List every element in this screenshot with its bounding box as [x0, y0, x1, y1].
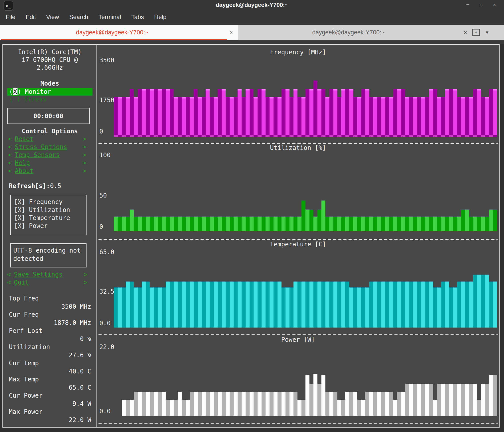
- utilization-chart-title: Utilization [%]: [97, 144, 499, 151]
- bar: [457, 97, 461, 135]
- bar: [266, 216, 270, 231]
- bar: [250, 282, 253, 327]
- toggle-frequency[interactable]: [X] Frequency: [14, 198, 86, 206]
- new-tab-icon[interactable]: +: [472, 29, 480, 36]
- button-stress-options[interactable]: <Stress Options>: [8, 143, 86, 151]
- mode-option-monitor[interactable]: (X) Monitor: [7, 88, 92, 96]
- bar: [453, 384, 457, 416]
- bar: [425, 216, 429, 231]
- bar: [361, 216, 365, 231]
- button-reset[interactable]: <Reset>: [8, 135, 86, 143]
- menu-item-help[interactable]: Help: [153, 12, 168, 22]
- bar: [258, 89, 261, 135]
- menu-item-edit[interactable]: Edit: [24, 12, 37, 22]
- bar: [301, 97, 306, 135]
- bar: [333, 89, 337, 135]
- bar: [361, 287, 365, 327]
- tab-close-icon[interactable]: ×: [225, 29, 238, 36]
- bar: [457, 282, 461, 327]
- bar: [369, 392, 373, 416]
- button-label: About: [12, 167, 82, 175]
- angle-left-icon: <: [7, 271, 11, 279]
- angle-left-icon: <: [8, 143, 12, 151]
- bar: [253, 392, 258, 416]
- cpu-name-line: Intel(R) Core(TM): [3, 48, 97, 56]
- bar: [461, 384, 465, 416]
- bar: [114, 97, 118, 135]
- y-tick: 0.0: [99, 407, 111, 415]
- bar: [210, 392, 214, 416]
- bar: [321, 282, 325, 327]
- toggle-power[interactable]: [X] Power: [14, 222, 86, 230]
- frequency-axis-strip: [114, 135, 497, 137]
- bar: [493, 375, 497, 416]
- tab-inactive[interactable]: daygeek@daygeek-Y700:~ ×: [238, 25, 472, 40]
- bar: [317, 384, 321, 416]
- temperature-chart-title: Temperature [C]: [97, 241, 499, 248]
- button-quit[interactable]: <Quit>: [7, 279, 87, 287]
- bar: [218, 392, 222, 416]
- bar: [225, 97, 230, 135]
- minimize-icon[interactable]: ─: [464, 0, 472, 9]
- bar: [210, 97, 214, 135]
- bar: [182, 216, 186, 231]
- angle-right-icon: >: [84, 271, 87, 279]
- bar: [194, 89, 198, 135]
- tabstrip-shadow: [0, 40, 504, 44]
- tab-active-label: daygeek@daygeek-Y700:~: [0, 29, 225, 36]
- bar: [393, 216, 397, 231]
- bar: [437, 384, 441, 416]
- button-about[interactable]: <About>: [8, 167, 86, 175]
- bar: [441, 216, 445, 231]
- button-label: Reset: [12, 135, 82, 143]
- button-save-settings[interactable]: <Save Settings>: [7, 271, 87, 279]
- bar: [345, 392, 349, 416]
- bar: [381, 216, 385, 231]
- bar: [389, 282, 393, 327]
- button-help[interactable]: <Help>: [8, 159, 86, 167]
- bar: [353, 216, 357, 231]
- bar: [270, 216, 273, 231]
- toggle-utilization[interactable]: [X] Utilization: [14, 206, 86, 214]
- close-icon[interactable]: ✕: [491, 0, 498, 9]
- bar: [469, 282, 473, 327]
- bar: [329, 392, 333, 416]
- toggle-temperature[interactable]: [X] Temperature: [14, 214, 86, 222]
- bar: [493, 89, 497, 135]
- bar: [273, 97, 278, 135]
- menu-item-terminal[interactable]: Terminal: [97, 12, 122, 22]
- menu-item-tabs[interactable]: Tabs: [130, 12, 145, 22]
- frequency-plot: [114, 64, 497, 135]
- tab-active[interactable]: daygeek@daygeek-Y700:~ ×: [0, 25, 238, 40]
- bar: [433, 287, 437, 327]
- button-temp-sensors[interactable]: <Temp Sensors>: [8, 151, 86, 159]
- cpu-name-line: i7-6700HQ CPU @: [3, 56, 97, 64]
- bar: [469, 384, 473, 416]
- bar: [238, 392, 242, 416]
- window-title: daygeek@daygeek-Y700:~: [0, 1, 504, 9]
- y-tick: 50: [99, 191, 107, 200]
- y-tick: 65.0: [99, 248, 114, 256]
- stat-label-cur-freq: Cur Freq: [3, 311, 97, 319]
- bar: [425, 384, 429, 416]
- stat-value-cur-power: 9.4 W: [3, 400, 97, 408]
- bar: [150, 287, 154, 327]
- refresh-rate[interactable]: Refresh[s]:0.5: [3, 182, 97, 190]
- bar: [166, 400, 170, 416]
- stat-value-cur-freq: 1878.0 MHz: [3, 319, 97, 327]
- menu-item-file[interactable]: File: [4, 12, 17, 22]
- bar: [118, 287, 122, 327]
- tab-list-chevron-icon[interactable]: ▼: [486, 30, 488, 35]
- menu-item-search[interactable]: Search: [68, 12, 90, 22]
- maximize-icon[interactable]: ☐: [477, 0, 485, 9]
- power-plot: [114, 345, 497, 416]
- mode-option-stress[interactable]: ( ) Stress: [7, 96, 92, 103]
- bar: [294, 392, 297, 416]
- bar: [225, 282, 230, 327]
- tab-close-icon[interactable]: ×: [459, 29, 472, 36]
- bar: [198, 216, 202, 231]
- menu-item-view[interactable]: View: [45, 12, 60, 22]
- bar: [453, 287, 457, 327]
- bar: [381, 97, 385, 135]
- bar: [158, 216, 162, 231]
